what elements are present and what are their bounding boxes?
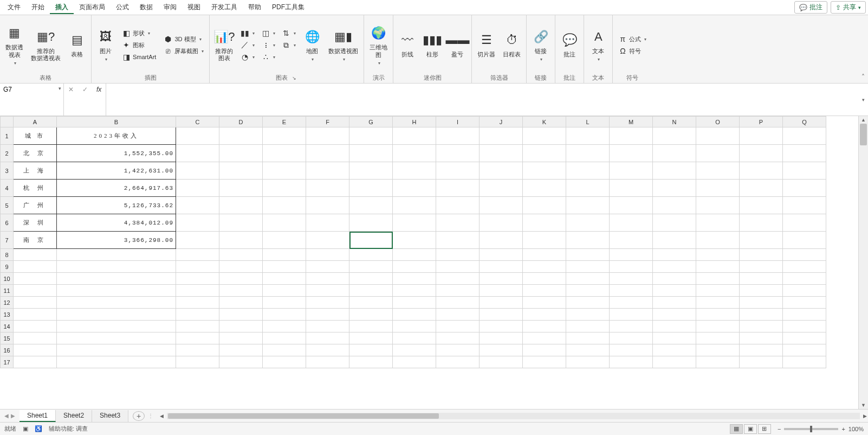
cell-A16[interactable] bbox=[14, 344, 57, 356]
column-header-O[interactable]: O bbox=[696, 117, 740, 127]
cell-Q14[interactable] bbox=[783, 321, 826, 332]
cell-I14[interactable] bbox=[436, 321, 480, 332]
cell-E13[interactable] bbox=[263, 309, 306, 321]
collapse-ribbon-button[interactable]: ˄ bbox=[861, 73, 865, 81]
cell-I16[interactable] bbox=[436, 344, 480, 356]
cell-D13[interactable] bbox=[219, 309, 263, 321]
3dmap-button[interactable]: 🌍三维地 图 bbox=[367, 23, 390, 66]
cell-N5[interactable] bbox=[653, 197, 696, 214]
column-header-I[interactable]: I bbox=[436, 117, 480, 127]
cell-P1[interactable] bbox=[740, 127, 783, 145]
cell-J13[interactable] bbox=[480, 309, 523, 321]
cell-E5[interactable] bbox=[263, 197, 306, 214]
cell-I6[interactable] bbox=[436, 214, 480, 232]
cell-D5[interactable] bbox=[219, 197, 263, 214]
cell-O11[interactable] bbox=[696, 285, 740, 297]
cell-K14[interactable] bbox=[523, 321, 566, 332]
cell-B5[interactable]: 5,126,733.62 bbox=[57, 197, 176, 214]
cell-N12[interactable] bbox=[653, 297, 696, 309]
cancel-formula-button[interactable]: ✕ bbox=[64, 84, 78, 95]
cell-F10[interactable] bbox=[306, 273, 349, 285]
cell-L15[interactable] bbox=[566, 332, 610, 344]
cell-K2[interactable] bbox=[523, 145, 566, 162]
cell-P11[interactable] bbox=[740, 285, 783, 297]
cell-F8[interactable] bbox=[306, 249, 349, 261]
sheet-tab-Sheet1[interactable]: Sheet1 bbox=[20, 410, 56, 422]
cell-B10[interactable] bbox=[57, 273, 176, 285]
cell-C15[interactable] bbox=[176, 332, 219, 344]
cell-B8[interactable] bbox=[57, 249, 176, 261]
cell-H7[interactable] bbox=[393, 232, 436, 249]
cell-C3[interactable] bbox=[176, 162, 219, 180]
cell-B3[interactable]: 1,422,631.00 bbox=[57, 162, 176, 180]
cell-D4[interactable] bbox=[219, 180, 263, 197]
cell-E1[interactable] bbox=[263, 127, 306, 145]
menu-tab-插入[interactable]: 插入 bbox=[50, 1, 74, 14]
cell-F9[interactable] bbox=[306, 261, 349, 273]
zoom-in-button[interactable]: + bbox=[841, 426, 845, 432]
vscroll-thumb[interactable] bbox=[860, 124, 867, 145]
cell-C5[interactable] bbox=[176, 197, 219, 214]
cell-H3[interactable] bbox=[393, 162, 436, 180]
cell-F2[interactable] bbox=[306, 145, 349, 162]
cell-I4[interactable] bbox=[436, 180, 480, 197]
equation-button[interactable]: π公式 bbox=[616, 34, 649, 44]
cell-C11[interactable] bbox=[176, 285, 219, 297]
cell-E10[interactable] bbox=[263, 273, 306, 285]
scroll-up-arrow[interactable]: ▲ bbox=[859, 116, 868, 124]
cell-M7[interactable] bbox=[610, 232, 653, 249]
cell-C16[interactable] bbox=[176, 344, 219, 356]
cell-G7[interactable] bbox=[349, 232, 393, 249]
row-header-4[interactable]: 4 bbox=[1, 180, 14, 197]
cell-D7[interactable] bbox=[219, 232, 263, 249]
cell-G15[interactable] bbox=[349, 332, 393, 344]
cell-C9[interactable] bbox=[176, 261, 219, 273]
accessibility-label[interactable]: 辅助功能: 调查 bbox=[49, 425, 88, 433]
cell-N17[interactable] bbox=[653, 356, 696, 368]
cell-E2[interactable] bbox=[263, 145, 306, 162]
cell-D8[interactable] bbox=[219, 249, 263, 261]
cell-A10[interactable] bbox=[14, 273, 57, 285]
cell-A17[interactable] bbox=[14, 356, 57, 368]
cell-K9[interactable] bbox=[523, 261, 566, 273]
cell-A1[interactable]: 城 市 bbox=[14, 127, 57, 145]
pictures-button[interactable]: 🖼图片 bbox=[95, 27, 116, 63]
cell-J5[interactable] bbox=[480, 197, 523, 214]
cell-L10[interactable] bbox=[566, 273, 610, 285]
cell-G10[interactable] bbox=[349, 273, 393, 285]
cell-H12[interactable] bbox=[393, 297, 436, 309]
cell-E15[interactable] bbox=[263, 332, 306, 344]
textbox-button[interactable]: A文本 bbox=[587, 27, 609, 63]
cell-D15[interactable] bbox=[219, 332, 263, 344]
waterfall-chart-button[interactable]: ⇅ bbox=[280, 28, 298, 39]
cell-K11[interactable] bbox=[523, 285, 566, 297]
map-chart-button[interactable]: 🌐地图 bbox=[301, 27, 323, 63]
cell-P9[interactable] bbox=[740, 261, 783, 273]
cell-I7[interactable] bbox=[436, 232, 480, 249]
cell-O10[interactable] bbox=[696, 273, 740, 285]
cell-H11[interactable] bbox=[393, 285, 436, 297]
cell-A4[interactable]: 杭 州 bbox=[14, 180, 57, 197]
cell-B2[interactable]: 1,552,355.00 bbox=[57, 145, 176, 162]
shapes-button[interactable]: ◧形状 bbox=[120, 28, 158, 39]
cell-J9[interactable] bbox=[480, 261, 523, 273]
screenshot-button[interactable]: ⎚屏幕截图 bbox=[161, 46, 206, 56]
column-header-F[interactable]: F bbox=[306, 117, 349, 127]
cell-P8[interactable] bbox=[740, 249, 783, 261]
cell-F3[interactable] bbox=[306, 162, 349, 180]
cell-P15[interactable] bbox=[740, 332, 783, 344]
scatter-chart-button[interactable]: ∴ bbox=[259, 52, 277, 62]
cell-O7[interactable] bbox=[696, 232, 740, 249]
cell-D1[interactable] bbox=[219, 127, 263, 145]
smartart-button[interactable]: ◨SmartArt bbox=[120, 52, 158, 62]
menu-tab-视图[interactable]: 视图 bbox=[182, 1, 206, 13]
cell-H16[interactable] bbox=[393, 344, 436, 356]
cell-F13[interactable] bbox=[306, 309, 349, 321]
zoom-out-button[interactable]: − bbox=[778, 426, 781, 432]
cell-H6[interactable] bbox=[393, 214, 436, 232]
menu-tab-文件[interactable]: 文件 bbox=[2, 1, 26, 13]
name-box-dropdown[interactable]: ▾ bbox=[56, 84, 63, 93]
cell-B12[interactable] bbox=[57, 297, 176, 309]
scroll-down-arrow[interactable]: ▼ bbox=[859, 401, 868, 409]
cell-G17[interactable] bbox=[349, 356, 393, 368]
